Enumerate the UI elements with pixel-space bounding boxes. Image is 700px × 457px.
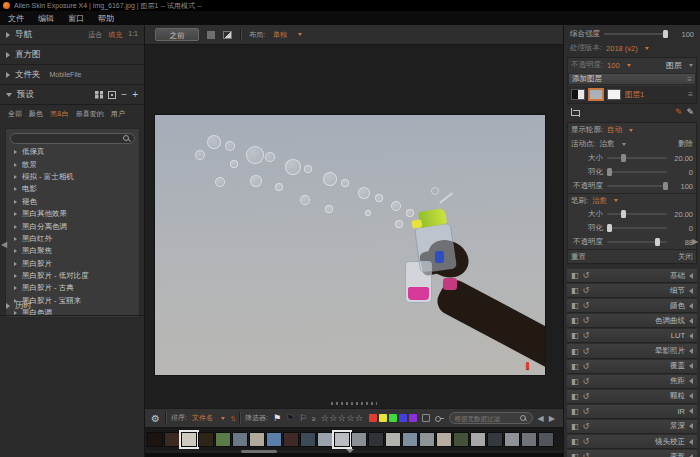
compare-icon[interactable]: ◧: [571, 452, 579, 457]
filmstrip-thumbnail[interactable]: [232, 432, 248, 447]
brush-value[interactable]: 治愈: [592, 196, 607, 206]
filmstrip-thumbnail[interactable]: [317, 432, 333, 447]
adjustment-panel-row[interactable]: ◧ ↺ 色调曲线: [567, 314, 697, 328]
reset-icon[interactable]: ↺: [583, 362, 590, 371]
filmstrip-thumbnail[interactable]: [419, 432, 435, 447]
compare-icon[interactable]: ◧: [571, 437, 579, 446]
filmstrip-thumbnail[interactable]: [198, 432, 214, 447]
layer-menu-icon[interactable]: ≡: [688, 90, 693, 99]
compare-icon[interactable]: ◧: [571, 301, 579, 310]
compare-icon[interactable]: ◧: [571, 331, 579, 340]
slider[interactable]: [607, 185, 667, 187]
overall-intensity-slider[interactable]: [604, 33, 668, 35]
filmstrip-thumbnail[interactable]: [521, 432, 537, 447]
flag-unflagged-icon[interactable]: ⚐: [299, 414, 307, 423]
reset-icon[interactable]: ↺: [583, 407, 590, 416]
filmstrip-thumbnail[interactable]: [538, 432, 554, 447]
add-layer-button[interactable]: 添加图层 ≡: [568, 73, 696, 85]
delete-spot-button[interactable]: 删除: [678, 139, 693, 149]
filmstrip-thumbnail[interactable]: [300, 432, 316, 447]
preset-tab[interactable]: 全部: [8, 109, 22, 119]
preset-category[interactable]: 黑白胶片 - 古典: [10, 282, 135, 294]
preset-tab[interactable]: 最喜爱的: [76, 109, 104, 119]
blank-layer-thumbnail[interactable]: [607, 89, 621, 100]
sort-value[interactable]: 文件名: [192, 413, 213, 423]
adjustment-panel-row[interactable]: ◧ ↺ 覆盖: [567, 360, 697, 374]
filmstrip-thumbnail[interactable]: [504, 432, 520, 447]
filmstrip-thumbnail[interactable]: [351, 432, 367, 447]
collapse-right-panel-icon[interactable]: ▶: [692, 237, 698, 246]
filmstrip-thumbnail[interactable]: [402, 432, 418, 447]
preset-category[interactable]: 电影: [10, 183, 135, 195]
prev-photo-icon[interactable]: ◀: [538, 414, 544, 423]
color-label-swatch[interactable]: [399, 414, 407, 422]
star-rating-filter[interactable]: ☆☆☆☆☆: [321, 413, 364, 423]
color-label-none[interactable]: [422, 414, 430, 422]
slider[interactable]: [607, 157, 667, 159]
sort-direction-icon[interactable]: ↑↓: [230, 414, 234, 423]
flag-reject-icon[interactable]: ⚑: [286, 414, 294, 423]
reset-icon[interactable]: ↺: [583, 286, 590, 295]
preset-search-input[interactable]: [15, 134, 123, 143]
reset-icon[interactable]: ↺: [583, 422, 590, 431]
preset-category[interactable]: 黑白聚焦: [10, 245, 135, 257]
histogram-header[interactable]: 直方图: [0, 45, 144, 65]
menu-item[interactable]: 文件: [8, 13, 24, 24]
compare-icon[interactable]: ◧: [571, 316, 579, 325]
filmstrip-thumbnail[interactable]: [453, 432, 469, 447]
color-label-swatch[interactable]: [409, 414, 417, 422]
split-view-icon[interactable]: [223, 31, 232, 39]
panel-drag-handle[interactable]: [331, 402, 377, 405]
menu-item[interactable]: 编辑: [38, 13, 54, 24]
reset-icon[interactable]: ↺: [583, 301, 590, 310]
eraser-tool-icon[interactable]: ✎: [675, 107, 683, 117]
crop-tool-icon[interactable]: [570, 108, 579, 117]
reset-icon[interactable]: ↺: [583, 331, 590, 340]
zoom-option[interactable]: 1:1: [128, 30, 138, 40]
layer-opacity-value[interactable]: 100: [607, 61, 620, 70]
menu-item[interactable]: 窗口: [68, 13, 84, 24]
reset-icon[interactable]: ↺: [583, 316, 590, 325]
compare-icon[interactable]: ◧: [571, 271, 579, 280]
preset-category[interactable]: 黑白胶片 - 低对比度: [10, 270, 135, 282]
adjustment-panel-row[interactable]: ◧ ↺ 景深: [567, 420, 697, 434]
filmstrip-thumbnail[interactable]: [470, 432, 486, 447]
filmstrip-thumbnail[interactable]: [334, 432, 350, 447]
remove-preset-button[interactable]: −: [121, 89, 127, 100]
navigator-header[interactable]: 导航 适合填充1:1: [0, 25, 144, 45]
adjustment-panel-row[interactable]: ◧ ↺ 颗粒: [567, 390, 697, 404]
layout-value[interactable]: 单独: [273, 30, 287, 40]
folders-header[interactable]: 文件夹 MobileFile: [0, 65, 144, 85]
preset-category[interactable]: 模拟 - 富士相机: [10, 171, 135, 183]
preset-tab[interactable]: 用户: [111, 109, 125, 119]
reset-icon[interactable]: ↺: [583, 347, 590, 356]
before-button[interactable]: 之前: [155, 28, 199, 41]
preset-category[interactable]: 褪色: [10, 196, 135, 208]
reset-icon[interactable]: ↺: [583, 392, 590, 401]
compare-icon[interactable]: ◧: [571, 407, 579, 416]
color-label-swatch[interactable]: [379, 414, 387, 422]
compare-icon[interactable]: ◧: [571, 286, 579, 295]
history-header[interactable]: 历时: [0, 296, 144, 316]
slider[interactable]: [607, 241, 667, 243]
filmstrip-thumbnail[interactable]: [368, 432, 384, 447]
filmstrip-thumbnail[interactable]: [181, 432, 197, 447]
preset-category[interactable]: 黑白分离色调: [10, 220, 135, 232]
color-label-swatch[interactable]: [389, 414, 397, 422]
keyword-icon[interactable]: [435, 414, 444, 423]
photo-layer-thumbnail[interactable]: [589, 89, 603, 100]
reset-icon[interactable]: ↺: [583, 437, 590, 446]
flag-pick-icon[interactable]: ⚑: [273, 414, 281, 423]
slider[interactable]: [607, 227, 667, 229]
grid-view-icon[interactable]: [95, 91, 103, 99]
slider[interactable]: [607, 213, 667, 215]
filmstrip-thumbnail[interactable]: [215, 432, 231, 447]
filmstrip-thumbnail[interactable]: [487, 432, 503, 447]
preset-category[interactable]: 低保真: [10, 146, 135, 158]
presets-header[interactable]: 预设 − +: [0, 85, 144, 105]
preset-category[interactable]: 黑白其他效果: [10, 208, 135, 220]
adjustment-panel-row[interactable]: ◧ ↺ IR: [567, 405, 697, 419]
adjustment-panel-row[interactable]: ◧ ↺ 细节: [567, 284, 697, 298]
preset-category[interactable]: 散景: [10, 158, 135, 170]
brush-tool-icon[interactable]: ✎: [686, 107, 694, 117]
